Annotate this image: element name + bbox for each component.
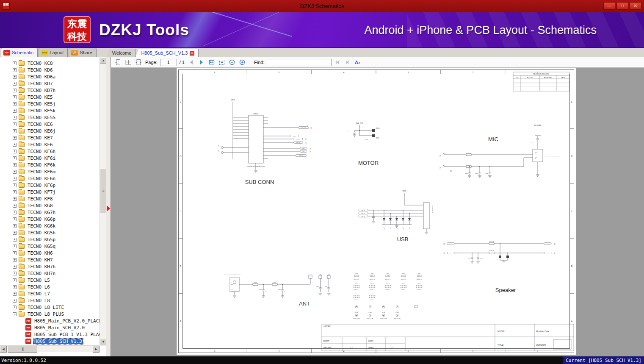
- close-button[interactable]: ✕: [630, 2, 641, 10]
- tree-folder-label[interactable]: TECNO KG8: [27, 203, 54, 208]
- tree-folder-label[interactable]: TECNO KD6a: [27, 74, 56, 80]
- tree-folder-row[interactable]: +TECNO KG6p: [0, 216, 100, 222]
- tree-folder-label[interactable]: TECNO KF6i: [27, 156, 56, 161]
- tree-folder-label[interactable]: TECNO KE6: [27, 122, 54, 127]
- single-page-view-button[interactable]: [113, 58, 122, 67]
- tree-folder-label[interactable]: TECNO KE6j: [27, 128, 56, 134]
- tree-folder-row[interactable]: +TECNO KE7: [0, 134, 100, 141]
- tree-folder-row[interactable]: +TECNO KF6k: [0, 161, 100, 168]
- tree-file-row[interactable]: PDFH805_Main_SCH_V2.0: [0, 324, 100, 331]
- tree-expander-icon[interactable]: +: [13, 306, 17, 309]
- tree-folder-row[interactable]: +TECNO L7: [0, 290, 100, 297]
- tree-expander-icon[interactable]: +: [13, 251, 17, 255]
- tree-folder-row[interactable]: +TECNO KF7j: [0, 189, 100, 195]
- zoom-out-button[interactable]: [228, 58, 237, 67]
- tree-folder-label[interactable]: TECNO L8 LITE: [27, 305, 65, 310]
- tree-folder-row[interactable]: +TECNO KF6i: [0, 155, 100, 161]
- tree-folder-label[interactable]: TECNO L8: [27, 298, 51, 303]
- tree-file-label[interactable]: H805_Main_PCB_V2.0_PLACEM: [33, 318, 100, 324]
- tree-folder-label[interactable]: TECNO KG5q: [27, 244, 56, 249]
- tree-expander-icon[interactable]: +: [13, 170, 17, 174]
- tree-folder-label[interactable]: TECNO KF6p: [27, 183, 56, 188]
- tree-expander-icon[interactable]: +: [13, 183, 17, 187]
- scroll-left-button[interactable]: ◀: [0, 346, 7, 353]
- doc-tab-welcome[interactable]: Welcome: [107, 49, 136, 57]
- tree-folder-label[interactable]: TECNO KE5j: [27, 101, 56, 107]
- tree-folder-row[interactable]: +TECNO KH7: [0, 256, 100, 263]
- tree-expander-icon[interactable]: +: [13, 129, 17, 133]
- tab-schematic[interactable]: PDF Schematic: [1, 48, 38, 57]
- scroll-up-button[interactable]: ▲: [100, 57, 107, 64]
- tree-folder-label[interactable]: TECNO KE7: [27, 135, 54, 141]
- previous-page-button[interactable]: [187, 58, 196, 67]
- tree-expander-icon[interactable]: +: [13, 136, 17, 140]
- tree-folder-row[interactable]: +TECNO KF6p: [0, 182, 100, 189]
- tree-folder-row[interactable]: +TECNO KE6: [0, 121, 100, 128]
- tree-folder-label[interactable]: TECNO KF6n: [27, 176, 56, 181]
- tree-folder-row[interactable]: +TECNO KG5q: [0, 243, 100, 250]
- tree-folder-row[interactable]: +TECNO KG8: [0, 202, 100, 209]
- tree-folder-label[interactable]: TECNO KH7: [27, 257, 54, 263]
- tree-folder-row[interactable]: +TECNO KD6: [0, 67, 100, 73]
- splitter-collapse-icon[interactable]: [107, 206, 110, 211]
- tree-folder-label[interactable]: TECNO KF6k: [27, 162, 56, 168]
- tree-folder-row[interactable]: +TECNO KH6: [0, 250, 100, 256]
- tree-folder-row[interactable]: +TECNO KF6h: [0, 148, 100, 155]
- tree-folder-label[interactable]: TECNO KG5p: [27, 237, 56, 242]
- tree-expander-icon[interactable]: +: [13, 190, 17, 194]
- tree-folder-label[interactable]: TECNO KH7n: [27, 271, 56, 276]
- tree-folder-row[interactable]: +TECNO KF6n: [0, 175, 100, 182]
- tree-expander-icon[interactable]: +: [13, 197, 17, 201]
- tree-folder-row[interactable]: +TECNO KF6m: [0, 168, 100, 175]
- tree-expander-icon[interactable]: +: [13, 238, 17, 242]
- tree-expander-icon[interactable]: +: [13, 265, 17, 269]
- tab-share[interactable]: ↗ Share: [69, 48, 96, 57]
- tree-expander-icon[interactable]: +: [13, 95, 17, 99]
- tree-expander-icon[interactable]: +: [13, 299, 17, 303]
- tree-expander-icon[interactable]: +: [13, 278, 17, 282]
- tree-folder-label[interactable]: TECNO KF8: [27, 196, 54, 202]
- tree-expander-icon[interactable]: +: [13, 204, 17, 208]
- scroll-right-button[interactable]: ▶: [93, 346, 100, 353]
- tab-close-icon[interactable]: ✕: [190, 51, 194, 56]
- find-previous-button[interactable]: [333, 58, 342, 67]
- next-page-button[interactable]: [197, 58, 206, 67]
- horizontal-scroll-thumb[interactable]: |||: [8, 346, 37, 353]
- tree-folder-label[interactable]: TECNO KG7h: [27, 210, 56, 215]
- sidebar-splitter[interactable]: [106, 57, 111, 356]
- tree-folder-row[interactable]: +TECNO KG5p: [0, 236, 100, 243]
- find-input[interactable]: [267, 59, 332, 66]
- book-page-view-button[interactable]: [134, 58, 143, 67]
- tree-expander-icon[interactable]: +: [13, 102, 17, 106]
- tree-folder-row[interactable]: +TECNO KE5: [0, 94, 100, 100]
- tree-folder-label[interactable]: TECNO KD7h: [27, 88, 56, 93]
- tree-folder-row[interactable]: +TECNO KD6a: [0, 73, 100, 80]
- tree-expander-icon[interactable]: +: [13, 272, 17, 275]
- tree-file-label[interactable]: H805_Main_SCH_V2.0: [33, 325, 86, 331]
- tree-folder-label[interactable]: TECNO KF6h: [27, 149, 56, 154]
- match-case-button[interactable]: Aa: [353, 58, 362, 67]
- tree-file-label[interactable]: H805_Sub_SCH_V1.3: [33, 339, 83, 344]
- tree-expander-icon[interactable]: +: [13, 109, 17, 113]
- tree-expander-icon[interactable]: +: [13, 177, 17, 181]
- tree-folder-label[interactable]: TECNO KG6k: [27, 223, 56, 229]
- tree-expander-icon[interactable]: +: [13, 150, 17, 153]
- tree-folder-label[interactable]: TECNO KD6: [27, 67, 54, 73]
- tree-expander-icon[interactable]: +: [13, 89, 17, 92]
- tree-expander-icon[interactable]: +: [13, 224, 17, 228]
- tree-expander-icon[interactable]: +: [13, 122, 17, 126]
- tree-folder-row[interactable]: +TECNO KH7n: [0, 270, 100, 277]
- page-number-input[interactable]: [160, 59, 177, 66]
- tree-folder-row[interactable]: +TECNO L8: [0, 297, 100, 304]
- tree-folder-label[interactable]: TECNO KF7j: [27, 189, 56, 195]
- maximize-button[interactable]: □: [616, 2, 628, 10]
- tree-expander-icon[interactable]: +: [13, 258, 17, 262]
- tree-folder-row[interactable]: +TECNO KE5k: [0, 107, 100, 114]
- fit-page-button[interactable]: [218, 58, 227, 67]
- tree-folder-label[interactable]: TECNO KD7: [27, 81, 54, 86]
- tree-folder-label[interactable]: TECNO L8 PLUS: [27, 311, 65, 317]
- tree-expander-icon[interactable]: +: [13, 82, 17, 86]
- tree-folder-row[interactable]: +TECNO KD7h: [0, 87, 100, 94]
- find-next-button[interactable]: [343, 58, 352, 67]
- viewer-canvas[interactable]: USB_PHGUSB_IDUSB_DPUSB_DMMIC+MIC-MICBIAS…: [111, 68, 644, 356]
